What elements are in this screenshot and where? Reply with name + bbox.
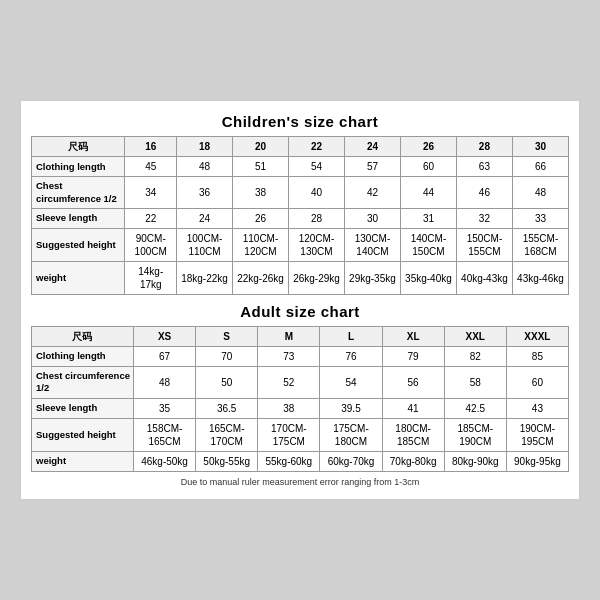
cell-value: 110CM-120CM xyxy=(233,229,289,262)
column-header: 22 xyxy=(288,137,344,157)
table-row: Clothing length67707376798285 xyxy=(32,347,569,367)
size-chart-card: Children's size chart 尺码1618202224262830… xyxy=(20,100,580,499)
column-header: L xyxy=(320,327,382,347)
cell-value: 56 xyxy=(382,367,444,399)
cell-value: 31 xyxy=(400,209,456,229)
row-label: Chest circumference 1/2 xyxy=(32,367,134,399)
column-header: XL xyxy=(382,327,444,347)
table-row: weight46kg-50kg50kg-55kg55kg-60kg60kg-70… xyxy=(32,451,569,471)
cell-value: 46kg-50kg xyxy=(133,451,195,471)
cell-value: 33 xyxy=(512,209,568,229)
row-label: weight xyxy=(32,262,125,295)
table-row: Suggested height158CM-165CM165CM-170CM17… xyxy=(32,418,569,451)
column-header: S xyxy=(196,327,258,347)
cell-value: 170CM-175CM xyxy=(258,418,320,451)
cell-value: 150CM-155CM xyxy=(456,229,512,262)
adult-chart-title: Adult size chart xyxy=(31,303,569,320)
cell-value: 70kg-80kg xyxy=(382,451,444,471)
cell-value: 44 xyxy=(400,177,456,209)
cell-value: 90kg-95kg xyxy=(506,451,568,471)
cell-value: 42 xyxy=(344,177,400,209)
column-header: 尺码 xyxy=(32,137,125,157)
cell-value: 190CM-195CM xyxy=(506,418,568,451)
cell-value: 175CM-180CM xyxy=(320,418,382,451)
cell-value: 54 xyxy=(320,367,382,399)
column-header: 18 xyxy=(177,137,233,157)
column-header: XS xyxy=(133,327,195,347)
cell-value: 40kg-43kg xyxy=(456,262,512,295)
cell-value: 39.5 xyxy=(320,398,382,418)
cell-value: 73 xyxy=(258,347,320,367)
cell-value: 60 xyxy=(506,367,568,399)
cell-value: 18kg-22kg xyxy=(177,262,233,295)
cell-value: 58 xyxy=(444,367,506,399)
cell-value: 36 xyxy=(177,177,233,209)
cell-value: 70 xyxy=(196,347,258,367)
cell-value: 66 xyxy=(512,157,568,177)
cell-value: 14kg-17kg xyxy=(125,262,177,295)
column-header: 20 xyxy=(233,137,289,157)
cell-value: 55kg-60kg xyxy=(258,451,320,471)
table-row: weight14kg-17kg18kg-22kg22kg-26kg26kg-29… xyxy=(32,262,569,295)
cell-value: 60 xyxy=(400,157,456,177)
column-header: 30 xyxy=(512,137,568,157)
cell-value: 50kg-55kg xyxy=(196,451,258,471)
cell-value: 76 xyxy=(320,347,382,367)
column-header: XXXL xyxy=(506,327,568,347)
cell-value: 42.5 xyxy=(444,398,506,418)
cell-value: 165CM-170CM xyxy=(196,418,258,451)
column-header: 16 xyxy=(125,137,177,157)
cell-value: 46 xyxy=(456,177,512,209)
column-header: 尺码 xyxy=(32,327,134,347)
table-row: Suggested height90CM-100CM100CM-110CM110… xyxy=(32,229,569,262)
cell-value: 63 xyxy=(456,157,512,177)
cell-value: 36.5 xyxy=(196,398,258,418)
row-label: Sleeve length xyxy=(32,209,125,229)
cell-value: 57 xyxy=(344,157,400,177)
children-table: 尺码1618202224262830 Clothing length454851… xyxy=(31,136,569,295)
row-label: Clothing length xyxy=(32,347,134,367)
cell-value: 48 xyxy=(177,157,233,177)
cell-value: 32 xyxy=(456,209,512,229)
row-label: Suggested height xyxy=(32,229,125,262)
cell-value: 100CM-110CM xyxy=(177,229,233,262)
cell-value: 79 xyxy=(382,347,444,367)
cell-value: 90CM-100CM xyxy=(125,229,177,262)
column-header: 28 xyxy=(456,137,512,157)
table-row: Sleeve length2224262830313233 xyxy=(32,209,569,229)
cell-value: 38 xyxy=(233,177,289,209)
row-label: Sleeve length xyxy=(32,398,134,418)
cell-value: 28 xyxy=(288,209,344,229)
children-chart-title: Children's size chart xyxy=(31,113,569,130)
cell-value: 80kg-90kg xyxy=(444,451,506,471)
cell-value: 35 xyxy=(133,398,195,418)
cell-value: 48 xyxy=(512,177,568,209)
row-label: Chest circumference 1/2 xyxy=(32,177,125,209)
cell-value: 140CM-150CM xyxy=(400,229,456,262)
cell-value: 158CM-165CM xyxy=(133,418,195,451)
cell-value: 67 xyxy=(133,347,195,367)
table-row: Chest circumference 1/23436384042444648 xyxy=(32,177,569,209)
cell-value: 52 xyxy=(258,367,320,399)
column-header: 26 xyxy=(400,137,456,157)
row-label: Clothing length xyxy=(32,157,125,177)
cell-value: 41 xyxy=(382,398,444,418)
cell-value: 120CM-130CM xyxy=(288,229,344,262)
cell-value: 40 xyxy=(288,177,344,209)
cell-value: 43 xyxy=(506,398,568,418)
adult-table: 尺码XSSMLXLXXLXXXL Clothing length67707376… xyxy=(31,326,569,472)
row-label: weight xyxy=(32,451,134,471)
cell-value: 130CM-140CM xyxy=(344,229,400,262)
cell-value: 34 xyxy=(125,177,177,209)
cell-value: 48 xyxy=(133,367,195,399)
cell-value: 22 xyxy=(125,209,177,229)
cell-value: 38 xyxy=(258,398,320,418)
cell-value: 30 xyxy=(344,209,400,229)
cell-value: 29kg-35kg xyxy=(344,262,400,295)
cell-value: 22kg-26kg xyxy=(233,262,289,295)
cell-value: 26kg-29kg xyxy=(288,262,344,295)
table-row: Chest circumference 1/248505254565860 xyxy=(32,367,569,399)
cell-value: 26 xyxy=(233,209,289,229)
column-header: XXL xyxy=(444,327,506,347)
cell-value: 45 xyxy=(125,157,177,177)
